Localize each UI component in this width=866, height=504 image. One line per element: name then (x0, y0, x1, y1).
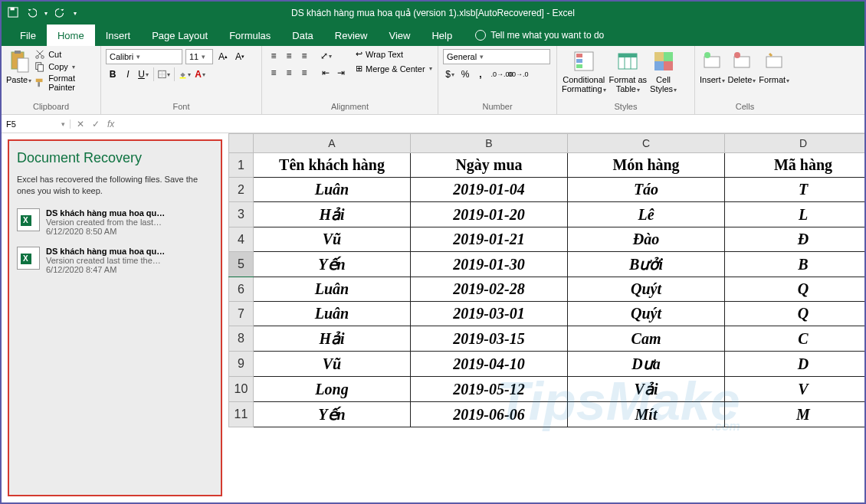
data-cell[interactable]: Bưởi (568, 252, 725, 277)
data-cell[interactable]: 2019-01-30 (411, 252, 568, 277)
enter-formula-icon[interactable]: ✓ (92, 119, 100, 129)
tab-file[interactable]: File (9, 25, 47, 46)
data-cell[interactable]: 2019-01-20 (411, 202, 568, 227)
delete-cells-button[interactable]: Delete (728, 49, 756, 84)
align-bottom-button[interactable]: ≡ (297, 49, 311, 63)
save-icon[interactable] (8, 7, 18, 20)
data-cell[interactable]: Q (725, 302, 865, 326)
conditional-formatting-button[interactable]: Conditional Formatting (562, 49, 606, 93)
data-cell[interactable]: L (725, 202, 865, 227)
cancel-formula-icon[interactable]: ✕ (77, 119, 84, 129)
paste-button[interactable]: Paste (6, 49, 31, 84)
row-header[interactable]: 1 (229, 153, 254, 178)
qat-customize-icon[interactable]: ▾ (74, 10, 77, 17)
align-left-button[interactable]: ≡ (267, 66, 280, 80)
tab-formulas[interactable]: Formulas (218, 25, 281, 46)
data-cell[interactable]: Táo (568, 178, 725, 202)
recovery-item[interactable]: DS khách hàng mua hoa qu…Version created… (17, 247, 213, 274)
data-cell[interactable]: 2019-04-10 (411, 352, 568, 377)
data-cell[interactable]: 2019-03-15 (411, 326, 568, 352)
column-header[interactable]: B (411, 134, 568, 153)
increase-indent-button[interactable]: ⇥ (334, 66, 348, 80)
format-painter-button[interactable]: Format Painter (34, 74, 96, 92)
data-cell[interactable]: D (725, 352, 865, 377)
row-header[interactable]: 7 (229, 302, 254, 326)
data-cell[interactable]: M (725, 402, 865, 427)
data-cell[interactable]: Mít (568, 402, 725, 427)
tab-view[interactable]: View (378, 25, 421, 46)
data-cell[interactable]: Vũ (254, 227, 411, 252)
recovery-item[interactable]: DS khách hàng mua hoa qu…Version created… (17, 208, 213, 236)
select-all-button[interactable] (229, 134, 254, 153)
data-cell[interactable]: Luân (254, 178, 411, 202)
data-cell[interactable]: Vũ (254, 352, 411, 377)
header-cell[interactable]: Ngày mua (411, 153, 568, 178)
align-top-button[interactable]: ≡ (267, 49, 280, 63)
fx-icon[interactable]: fx (107, 119, 114, 129)
data-cell[interactable]: C (725, 326, 865, 352)
underline-button[interactable]: U (136, 67, 150, 81)
undo-icon[interactable] (26, 7, 37, 20)
format-cells-button[interactable]: Format (759, 49, 789, 84)
data-cell[interactable]: 2019-06-06 (411, 402, 568, 427)
decrease-decimal-button[interactable]: .00→.0 (510, 67, 524, 81)
data-cell[interactable]: Long (254, 377, 411, 402)
tab-help[interactable]: Help (421, 25, 463, 46)
comma-button[interactable]: , (474, 67, 487, 81)
undo-dropdown-icon[interactable]: ▾ (44, 10, 48, 17)
column-header[interactable]: C (568, 134, 725, 153)
insert-cells-button[interactable]: Insert (700, 49, 725, 84)
increase-font-button[interactable]: A▴ (216, 50, 230, 64)
row-header[interactable]: 4 (229, 227, 254, 252)
copy-button[interactable]: Copy (34, 61, 96, 72)
data-cell[interactable]: 2019-01-21 (411, 227, 568, 252)
merge-center-button[interactable]: ⊞Merge & Center (356, 64, 432, 74)
currency-button[interactable]: $ (443, 67, 457, 81)
row-header[interactable]: 8 (229, 326, 254, 352)
data-cell[interactable]: Vải (568, 377, 725, 402)
data-cell[interactable]: 2019-03-01 (411, 302, 568, 326)
font-size-combo[interactable]: 11 (185, 49, 213, 64)
column-header[interactable]: D (725, 134, 865, 153)
align-middle-button[interactable]: ≡ (282, 49, 296, 63)
percent-button[interactable]: % (458, 67, 472, 81)
data-cell[interactable]: Quýt (568, 277, 725, 302)
data-cell[interactable]: T (725, 178, 865, 202)
data-cell[interactable]: Dưa (568, 352, 725, 377)
data-cell[interactable]: Hải (254, 326, 411, 352)
format-as-table-button[interactable]: Format as Table (609, 49, 648, 93)
data-cell[interactable]: Lê (568, 202, 725, 227)
column-header[interactable]: A (254, 134, 411, 153)
decrease-font-button[interactable]: A▾ (233, 50, 247, 64)
spreadsheet-grid[interactable]: TipsMake.com ABCD1Tên khách hàngNgày mua… (228, 133, 864, 502)
data-cell[interactable]: V (725, 377, 865, 402)
data-cell[interactable]: Hải (254, 202, 411, 227)
data-cell[interactable]: Luân (254, 277, 411, 302)
header-cell[interactable]: Món hàng (568, 153, 725, 178)
row-header[interactable]: 6 (229, 277, 254, 302)
cell-styles-button[interactable]: Cell Styles (650, 49, 677, 93)
wrap-text-button[interactable]: ↩Wrap Text (356, 49, 432, 59)
cut-button[interactable]: Cut (34, 49, 96, 60)
header-cell[interactable]: Mã hàng (725, 153, 865, 178)
tell-me[interactable]: Tell me what you want to do (463, 25, 604, 46)
data-cell[interactable]: 2019-02-28 (411, 277, 568, 302)
row-header[interactable]: 10 (229, 377, 254, 402)
row-header[interactable]: 2 (229, 178, 254, 202)
tab-page-layout[interactable]: Page Layout (141, 25, 218, 46)
data-cell[interactable]: 2019-01-04 (411, 178, 568, 202)
tab-insert[interactable]: Insert (95, 25, 142, 46)
row-header[interactable]: 5 (229, 252, 254, 277)
data-cell[interactable]: Yến (254, 402, 411, 427)
data-cell[interactable]: Yến (254, 252, 411, 277)
name-box[interactable]: F5 (2, 119, 71, 129)
data-cell[interactable]: 2019-05-12 (411, 377, 568, 402)
row-header[interactable]: 9 (229, 352, 254, 377)
decrease-indent-button[interactable]: ⇤ (319, 66, 333, 80)
data-cell[interactable]: Quýt (568, 302, 725, 326)
row-header[interactable]: 3 (229, 202, 254, 227)
orientation-button[interactable]: ⤢ (319, 49, 333, 63)
data-cell[interactable]: Đào (568, 227, 725, 252)
font-color-button[interactable]: A (193, 67, 207, 81)
data-cell[interactable]: Luân (254, 302, 411, 326)
